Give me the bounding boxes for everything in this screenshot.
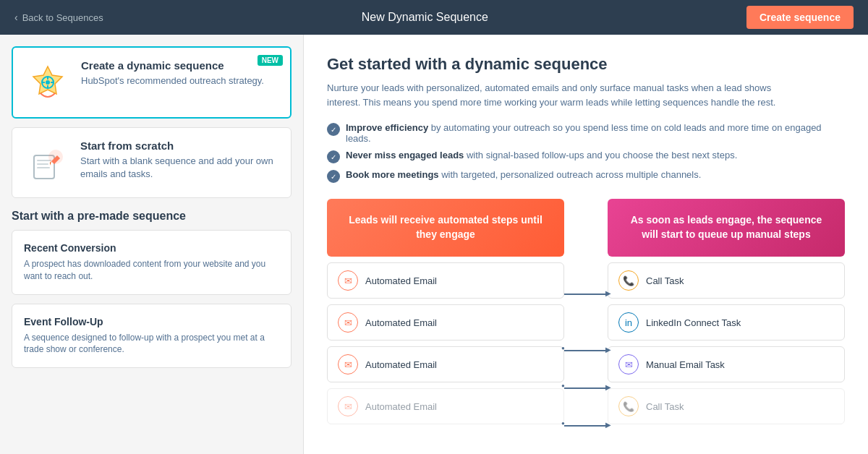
- dynamic-sequence-card[interactable]: NEW Create a dynami: [12, 46, 292, 119]
- diagram-left-col: Leads will receive automated steps until…: [327, 199, 564, 424]
- diagram-wrapper: Leads will receive automated steps until…: [327, 199, 845, 454]
- main-layout: NEW Create a dynami: [0, 35, 868, 454]
- connector-area: ▶: [564, 199, 608, 454]
- left-step-label-1: Automated Email: [365, 275, 437, 286]
- content-intro: Nurture your leads with personalized, au…: [327, 81, 804, 109]
- feature-check-3: [327, 170, 340, 183]
- content-title: Get started with a dynamic sequence: [327, 55, 845, 74]
- shield-star-svg: [26, 61, 69, 104]
- back-label: Back to Sequences: [22, 12, 103, 23]
- right-step-4: 📞 Call Task: [608, 388, 845, 424]
- svg-point-2: [46, 80, 50, 85]
- scratch-svg: [25, 141, 69, 184]
- feature-item-3: Book more meetings with targeted, person…: [327, 169, 845, 183]
- back-arrow-icon: ‹: [14, 12, 18, 23]
- email-icon-4: ✉: [338, 396, 358, 416]
- left-step-1: ✉ Automated Email: [327, 262, 564, 299]
- right-step-3: ✉ Manual Email Task: [608, 346, 845, 382]
- header-connector-line: ▶: [564, 294, 608, 295]
- scratch-card-inner: Start from scratch Start with a blank se…: [24, 140, 279, 186]
- email-icon-1: ✉: [338, 270, 358, 291]
- right-step-label-3: Manual Email Task: [646, 359, 725, 370]
- email-icon-3: ✉: [338, 354, 358, 374]
- header-connector: ▶: [564, 265, 608, 323]
- sidebar: NEW Create a dynami: [0, 35, 304, 454]
- feature-bold-1: Improve efficiency: [346, 122, 428, 133]
- connector-line-2: [564, 387, 608, 389]
- main-content: Get started with a dynamic sequence Nurt…: [304, 35, 868, 454]
- connector-row-4: [564, 447, 608, 454]
- create-sequence-button[interactable]: Create sequence: [746, 6, 854, 29]
- event-followup-card[interactable]: Event Follow-Up A sequence designed to f…: [12, 304, 292, 369]
- feature-item-2: Never miss engaged leads with signal-bas…: [327, 150, 845, 163]
- call-icon-2: 📞: [618, 396, 639, 416]
- recent-conversion-description: A prospect has downloaded content from y…: [24, 258, 279, 283]
- scratch-card-description: Start with a blank sequence and add your…: [80, 155, 279, 181]
- header: ‹ Back to Sequences New Dynamic Sequence…: [0, 0, 868, 35]
- connector-row-1: [564, 335, 608, 367]
- svg-rect-10: [37, 167, 50, 168]
- dynamic-card-description: HubSpot's recommended outreach strategy.: [81, 74, 264, 87]
- recent-conversion-card[interactable]: Recent Conversion A prospect has downloa…: [12, 230, 292, 295]
- left-step-2: ✉ Automated Email: [327, 304, 564, 340]
- right-step-label-1: Call Task: [646, 275, 684, 286]
- call-icon-1: 📞: [618, 270, 639, 291]
- left-step-label-2: Automated Email: [365, 317, 437, 328]
- feature-text-3: Book more meetings with targeted, person…: [346, 169, 701, 180]
- dynamic-card-title: Create a dynamic sequence: [81, 59, 264, 72]
- feature-check-1: [327, 123, 340, 136]
- dynamic-card-text: Create a dynamic sequence HubSpot's reco…: [81, 59, 264, 87]
- page-title: New Dynamic Sequence: [362, 11, 488, 24]
- dynamic-card-inner: Create a dynamic sequence HubSpot's reco…: [25, 59, 278, 106]
- linkedin-icon-1: in: [618, 312, 639, 333]
- feature-bold-3: Book more meetings: [346, 169, 439, 180]
- feature-rest-3: with targeted, personalized outreach acr…: [439, 169, 702, 180]
- diagram-left-header: Leads will receive automated steps until…: [327, 199, 564, 257]
- feature-check-2: [327, 150, 340, 163]
- feature-text-1: Improve efficiency by automating your ou…: [346, 122, 845, 144]
- diagram-right-header: As soon as leads engage, the sequence wi…: [608, 199, 845, 257]
- recent-conversion-title: Recent Conversion: [24, 242, 279, 254]
- right-step-1: 📞 Call Task: [608, 262, 845, 299]
- right-step-label-4: Call Task: [646, 401, 684, 412]
- left-step-3: ✉ Automated Email: [327, 346, 564, 382]
- event-followup-description: A sequence designed to follow-up with a …: [24, 332, 279, 356]
- email-icon-2: ✉: [338, 312, 358, 333]
- connector-line-1: [564, 350, 608, 351]
- start-from-scratch-card[interactable]: Start from scratch Start with a blank se…: [12, 127, 292, 198]
- premade-section-title: Start with a pre-made sequence: [12, 210, 292, 223]
- manual-email-icon-1: ✉: [618, 354, 639, 374]
- svg-rect-9: [37, 163, 48, 165]
- connector-row-2: [564, 372, 608, 404]
- feature-text-2: Never miss engaged leads with signal-bas…: [346, 150, 737, 160]
- right-step-label-2: LinkedIn Connect Task: [646, 317, 741, 328]
- right-step-2: in LinkedIn Connect Task: [608, 304, 845, 340]
- left-step-label-4: Automated Email: [365, 401, 437, 412]
- header-arrow-icon: ▶: [605, 289, 611, 297]
- new-badge: NEW: [258, 55, 283, 66]
- event-followup-title: Event Follow-Up: [24, 316, 279, 327]
- feature-item-1: Improve efficiency by automating your ou…: [327, 122, 845, 144]
- scratch-card-title: Start from scratch: [80, 140, 279, 152]
- feature-rest-2: with signal-based follow-ups and you cho…: [464, 150, 737, 160]
- diagram-right-col: As soon as leads engage, the sequence wi…: [608, 199, 845, 424]
- connector-line-3: [564, 425, 608, 427]
- scratch-card-text: Start from scratch Start with a blank se…: [80, 140, 279, 181]
- features-list: Improve efficiency by automating your ou…: [327, 122, 845, 183]
- left-step-4: ✉ Automated Email: [327, 388, 564, 424]
- connector-row-3: [564, 410, 608, 442]
- feature-bold-2: Never miss engaged leads: [346, 150, 464, 160]
- scratch-icon: [24, 140, 70, 186]
- dynamic-sequence-icon: [25, 59, 71, 106]
- back-to-sequences-link[interactable]: ‹ Back to Sequences: [14, 12, 103, 23]
- left-step-label-3: Automated Email: [365, 359, 437, 370]
